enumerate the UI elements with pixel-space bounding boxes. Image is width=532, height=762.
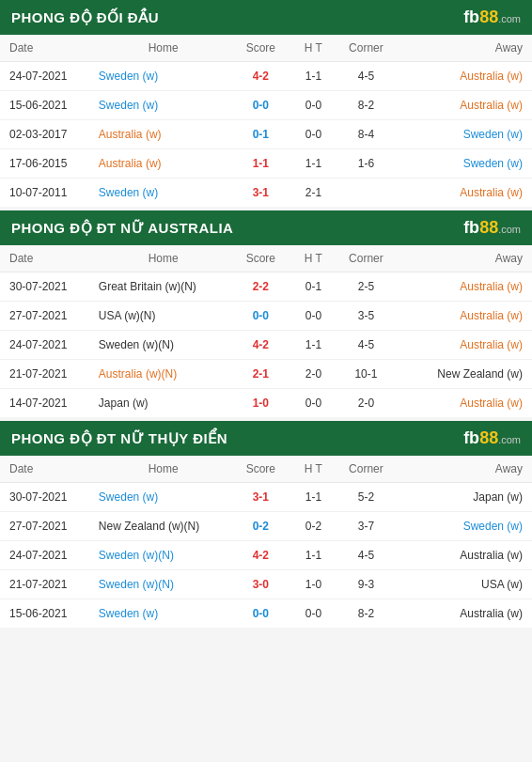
- table-header-row: Date Home Score H T Corner Away: [0, 456, 532, 483]
- cell-score: 3-1: [232, 483, 290, 512]
- cell-corner: 4-5: [337, 62, 396, 91]
- cell-corner: 2-5: [337, 272, 396, 302]
- cell-date: 24-07-2021: [0, 331, 95, 360]
- table-row: 02-03-2017 Australia (w) 0-1 0-0 8-4 Swe…: [0, 120, 532, 149]
- cell-home: Sweden (w)(N): [95, 331, 232, 360]
- col-header-ht: H T: [289, 35, 336, 62]
- col-header-date: Date: [0, 35, 95, 62]
- cell-away: USA (w): [395, 570, 532, 599]
- cell-corner: 8-2: [337, 91, 396, 120]
- cell-date: 27-07-2021: [0, 512, 95, 541]
- fb88-logo: fb88.com: [463, 8, 521, 27]
- cell-score: 0-2: [232, 512, 290, 541]
- cell-score: 3-1: [232, 179, 290, 208]
- table-row: 15-06-2021 Sweden (w) 0-0 0-0 8-2 Austra…: [0, 599, 532, 629]
- cell-date: 21-07-2021: [0, 360, 95, 389]
- cell-away: New Zealand (w): [395, 360, 532, 389]
- cell-away: Australia (w): [395, 541, 532, 570]
- cell-ht: 0-0: [289, 302, 336, 331]
- cell-away: Japan (w): [395, 483, 532, 512]
- table-row: 10-07-2011 Sweden (w) 3-1 2-1 Australia …: [0, 179, 532, 208]
- cell-date: 21-07-2021: [0, 570, 95, 599]
- col-header-ht: H T: [289, 245, 336, 272]
- cell-home: Sweden (w)(N): [95, 541, 232, 570]
- cell-date: 17-06-2015: [0, 149, 95, 179]
- section-header-doi-dau: PHONG ĐỘ ĐỐI ĐẦU fb88.com: [0, 0, 532, 35]
- cell-score: 0-0: [232, 91, 290, 120]
- col-header-corner: Corner: [337, 456, 396, 483]
- col-header-corner: Corner: [337, 35, 396, 62]
- cell-corner: 4-5: [337, 541, 396, 570]
- col-header-date: Date: [0, 245, 95, 272]
- fb88-logo: fb88.com: [463, 428, 521, 448]
- col-header-away: Away: [395, 456, 532, 483]
- col-header-home: Home: [95, 456, 232, 483]
- section-title-doi-dau: PHONG ĐỘ ĐỐI ĐẦU: [11, 9, 159, 26]
- cell-ht: 0-1: [289, 272, 336, 302]
- cell-away: Australia (w): [395, 331, 532, 360]
- cell-home: New Zealand (w)(N): [95, 512, 232, 541]
- table-header-row: Date Home Score H T Corner Away: [0, 245, 532, 272]
- cell-date: 02-03-2017: [0, 120, 95, 149]
- table-header-row: Date Home Score H T Corner Away: [0, 35, 532, 62]
- table-row: 17-06-2015 Australia (w) 1-1 1-1 1-6 Swe…: [0, 149, 532, 179]
- table-row: 27-07-2021 USA (w)(N) 0-0 0-0 3-5 Austra…: [0, 302, 532, 331]
- cell-home: USA (w)(N): [95, 302, 232, 331]
- table-sweden: Date Home Score H T Corner Away 30-07-20…: [0, 456, 532, 628]
- cell-date: 30-07-2021: [0, 272, 95, 302]
- col-header-score: Score: [232, 245, 290, 272]
- cell-date: 24-07-2021: [0, 541, 95, 570]
- col-header-away: Away: [395, 35, 532, 62]
- cell-away: Australia (w): [395, 91, 532, 120]
- cell-score: 0-1: [232, 120, 290, 149]
- cell-date: 27-07-2021: [0, 302, 95, 331]
- col-header-score: Score: [232, 35, 290, 62]
- cell-home: Sweden (w)(N): [95, 570, 232, 599]
- cell-corner: [337, 179, 396, 208]
- cell-score: 2-2: [232, 272, 290, 302]
- section-title-australia: PHONG ĐỘ ĐT NỮ AUSTRALIA: [11, 220, 233, 237]
- cell-score: 4-2: [232, 541, 290, 570]
- cell-ht: 2-1: [289, 179, 336, 208]
- cell-home: Sweden (w): [95, 483, 232, 512]
- table-row: 21-07-2021 Sweden (w)(N) 3-0 1-0 9-3 USA…: [0, 570, 532, 599]
- cell-score: 1-1: [232, 149, 290, 179]
- col-header-date: Date: [0, 456, 95, 483]
- cell-ht: 0-0: [289, 389, 336, 418]
- section-australia: PHONG ĐỘ ĐT NỮ AUSTRALIA fb88.com Date H…: [0, 210, 532, 417]
- table-row: 14-07-2021 Japan (w) 1-0 0-0 2-0 Austral…: [0, 389, 532, 418]
- cell-date: 10-07-2011: [0, 179, 95, 208]
- cell-corner: 5-2: [337, 483, 396, 512]
- cell-corner: 8-4: [337, 120, 396, 149]
- cell-corner: 3-7: [337, 512, 396, 541]
- cell-corner: 2-0: [337, 389, 396, 418]
- table-row: 21-07-2021 Australia (w)(N) 2-1 2-0 10-1…: [0, 360, 532, 389]
- section-sweden: PHONG ĐỘ ĐT NỮ THỤY ĐIỂN fb88.com Date H…: [0, 421, 532, 628]
- table-row: 27-07-2021 New Zealand (w)(N) 0-2 0-2 3-…: [0, 512, 532, 541]
- cell-ht: 1-1: [289, 331, 336, 360]
- cell-score: 4-2: [232, 62, 290, 91]
- cell-date: 30-07-2021: [0, 483, 95, 512]
- col-header-score: Score: [232, 456, 290, 483]
- cell-home: Sweden (w): [95, 62, 232, 91]
- cell-ht: 1-0: [289, 570, 336, 599]
- cell-away: Sweden (w): [395, 149, 532, 179]
- cell-corner: 4-5: [337, 331, 396, 360]
- cell-away: Australia (w): [395, 62, 532, 91]
- cell-ht: 1-1: [289, 541, 336, 570]
- section-title-sweden: PHONG ĐỘ ĐT NỮ THỤY ĐIỂN: [11, 430, 227, 447]
- cell-date: 14-07-2021: [0, 389, 95, 418]
- table-row: 30-07-2021 Sweden (w) 3-1 1-1 5-2 Japan …: [0, 483, 532, 512]
- cell-away: Australia (w): [395, 599, 532, 629]
- cell-home: Sweden (w): [95, 599, 232, 629]
- cell-score: 2-1: [232, 360, 290, 389]
- col-header-corner: Corner: [337, 245, 396, 272]
- cell-score: 4-2: [232, 331, 290, 360]
- cell-ht: 2-0: [289, 360, 336, 389]
- col-header-home: Home: [95, 245, 232, 272]
- cell-home: Australia (w)(N): [95, 360, 232, 389]
- section-header-sweden: PHONG ĐỘ ĐT NỮ THỤY ĐIỂN fb88.com: [0, 421, 532, 456]
- table-row: 24-07-2021 Sweden (w) 4-2 1-1 4-5 Austra…: [0, 62, 532, 91]
- cell-home: Japan (w): [95, 389, 232, 418]
- section-doi-dau: PHONG ĐỘ ĐỐI ĐẦU fb88.com Date Home Scor…: [0, 0, 532, 207]
